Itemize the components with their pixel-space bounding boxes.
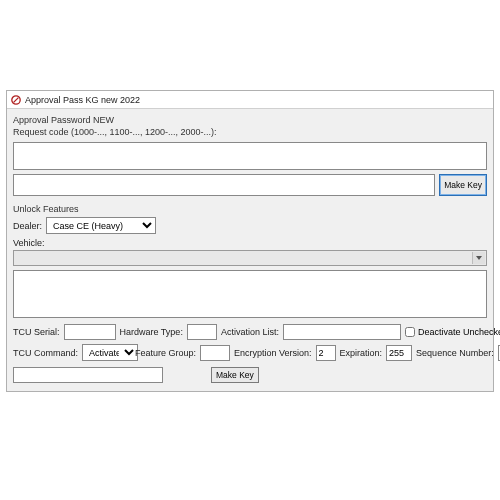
encryption-version-label: Encryption Version: <box>234 348 312 358</box>
password-output[interactable] <box>13 174 435 196</box>
request-code-input[interactable] <box>13 142 487 170</box>
encryption-version-input[interactable] <box>316 345 336 361</box>
app-icon <box>11 95 21 105</box>
titlebar: Approval Pass KG new 2022 <box>7 91 493 109</box>
make-key-button-bottom[interactable]: Make Key <box>211 367 259 383</box>
vehicle-select[interactable] <box>13 250 487 266</box>
window-title: Approval Pass KG new 2022 <box>25 95 140 105</box>
chevron-down-icon <box>472 252 485 264</box>
expiration-input[interactable] <box>386 345 412 361</box>
deactivate-unchecked-box[interactable] <box>405 327 415 337</box>
feature-listbox[interactable] <box>13 270 487 318</box>
sequence-number-label: Sequence Number: <box>416 348 494 358</box>
unlock-heading: Unlock Features <box>13 204 487 214</box>
hardware-type-input[interactable] <box>187 324 217 340</box>
expiration-label: Expiration: <box>340 348 383 358</box>
tcu-command-select[interactable]: Activate <box>82 344 138 361</box>
tcu-command-label: TCU Command: <box>13 348 78 358</box>
feature-group-label: Feature Group: <box>135 348 196 358</box>
dealer-select[interactable]: Case CE (Heavy) <box>46 217 156 234</box>
client-area: Approval Password NEW Request code (1000… <box>7 109 493 391</box>
activation-list-input[interactable] <box>283 324 401 340</box>
feature-group-input[interactable] <box>200 345 230 361</box>
deactivate-unchecked-label: Deactivate Unchecked <box>418 327 500 337</box>
app-window: Approval Pass KG new 2022 Approval Passw… <box>6 90 494 392</box>
tcu-serial-input[interactable] <box>64 324 116 340</box>
activation-list-label: Activation List: <box>221 327 279 337</box>
request-code-label: Request code (1000-..., 1100-..., 1200-.… <box>13 127 487 137</box>
result-output[interactable] <box>13 367 163 383</box>
deactivate-unchecked-checkbox[interactable]: Deactivate Unchecked <box>405 327 500 337</box>
make-key-button-top[interactable]: Make Key <box>439 174 487 196</box>
vehicle-label: Vehicle: <box>13 238 45 248</box>
dealer-label: Dealer: <box>13 221 42 231</box>
hardware-type-label: Hardware Type: <box>120 327 183 337</box>
password-heading: Approval Password NEW <box>13 115 487 125</box>
tcu-serial-label: TCU Serial: <box>13 327 60 337</box>
